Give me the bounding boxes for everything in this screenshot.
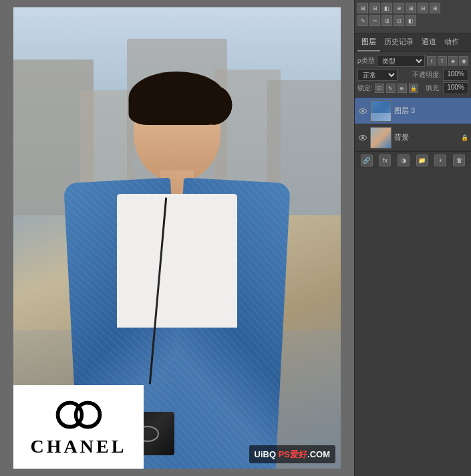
layer-eye-background[interactable] — [358, 133, 367, 142]
layer-controls: ρ类型 类型 f T ◈ ◉ 正常 不透明度: 100% 锁定: ☑ ✎ ⊕ — [355, 52, 471, 98]
filter-icon-fx[interactable]: ◉ — [459, 56, 468, 66]
filter-icon-shape[interactable]: ◈ — [448, 56, 458, 66]
lock-btn-all[interactable]: 🔒 — [409, 84, 418, 93]
layer-thumb-background — [370, 127, 391, 148]
bottom-btn-new[interactable]: + — [434, 154, 446, 166]
photoshop-panel: ⊞ ⊟ ◧ ⊕ ⊞ ⊟ ⊞ ✎ ✂ ⊞ ⊟ ◧ 图层 历史记录 通道 动作 ρ类… — [354, 0, 471, 476]
tab-history[interactable]: 历史记录 — [380, 33, 418, 51]
blend-opacity-row: 正常 不透明度: 100% — [357, 69, 468, 81]
toolbar-btn-8[interactable]: ✎ — [357, 15, 368, 26]
layer-item-layer3[interactable]: 图层 3 — [355, 98, 471, 124]
chanel-brand-name: CHANEL — [31, 436, 127, 457]
opacity-value[interactable]: 100% — [443, 69, 468, 81]
toolbar-btn-11[interactable]: ⊟ — [394, 15, 404, 26]
background-lock-icon: 🔒 — [461, 134, 468, 142]
layer-name-background: 背景 — [394, 132, 458, 142]
layer-item-background[interactable]: 背景 🔒 — [355, 124, 471, 151]
toolbar-btn-10[interactable]: ⊞ — [381, 15, 392, 26]
toolbar-btn-5[interactable]: ⊞ — [406, 3, 416, 13]
filter-icon-t[interactable]: T — [438, 56, 447, 66]
photo-background: CHANEL UiBQ PS爱好.COM — [13, 7, 341, 469]
shirt — [117, 194, 237, 328]
layers-list: 图层 3 背景 🔒 — [355, 98, 471, 151]
bottom-btn-link[interactable]: 🔗 — [361, 154, 373, 166]
bottom-btn-mask[interactable]: ◑ — [398, 154, 410, 166]
toolbar-btn-7[interactable]: ⊞ — [430, 3, 440, 13]
chanel-logo-icon — [49, 396, 109, 433]
bottom-btn-delete[interactable]: 🗑 — [453, 154, 465, 166]
filter-label: ρ类型 — [357, 56, 375, 66]
lock-label: 锁定: — [357, 84, 373, 93]
toolbar-btn-4[interactable]: ⊕ — [394, 3, 404, 13]
toolbar-row-1: ⊞ ⊟ ◧ ⊕ ⊞ ⊟ ⊞ — [357, 3, 468, 13]
toolbar-btn-2[interactable]: ⊟ — [369, 3, 380, 13]
photo-container: CHANEL UiBQ PS爱好.COM — [13, 7, 341, 469]
toolbar-btn-9[interactable]: ✂ — [369, 15, 380, 26]
canvas-area: CHANEL UiBQ PS爱好.COM — [0, 0, 354, 476]
toolbar-top: ⊞ ⊟ ◧ ⊕ ⊞ ⊟ ⊞ ✎ ✂ ⊞ ⊟ ◧ — [355, 0, 471, 33]
eye-icon-layer3 — [359, 108, 367, 114]
toolbar-btn-12[interactable]: ◧ — [406, 15, 416, 26]
lock-btn-paint[interactable]: ✎ — [386, 84, 396, 93]
bottom-btn-group[interactable]: 📁 — [416, 154, 428, 166]
tab-channels[interactable]: 通道 — [418, 33, 440, 51]
watermark-text: UiBQ PS爱好.COM — [255, 449, 330, 459]
tab-layers[interactable]: 图层 — [357, 33, 380, 51]
panel-bottom: 🔗 fx ◑ 📁 + 🗑 — [355, 151, 471, 169]
filter-dropdown[interactable]: 类型 — [377, 55, 425, 67]
toolbar-btn-1[interactable]: ⊞ — [357, 3, 368, 13]
filter-row: ρ类型 类型 f T ◈ ◉ — [357, 55, 468, 67]
filter-icon-f[interactable]: f — [427, 56, 436, 66]
filter-icons: f T ◈ ◉ — [427, 56, 468, 66]
chanel-overlay: CHANEL — [13, 385, 144, 469]
lock-fill-row: 锁定: ☑ ✎ ⊕ 🔒 填充: 100% — [357, 82, 468, 94]
blend-mode-dropdown[interactable]: 正常 — [357, 69, 398, 81]
toolbar-btn-6[interactable]: ⊟ — [418, 3, 428, 13]
fill-value[interactable]: 100% — [443, 82, 468, 94]
layer-name-layer3: 图层 3 — [394, 106, 468, 116]
eye-icon-background — [359, 135, 367, 140]
toolbar-btn-3[interactable]: ◧ — [381, 3, 392, 13]
lock-btn-move[interactable]: ⊕ — [398, 84, 407, 93]
bottom-btn-fx[interactable]: fx — [379, 154, 391, 166]
tab-actions[interactable]: 动作 — [440, 33, 463, 51]
layer-eye-layer3[interactable] — [358, 106, 367, 116]
panel-tabs: 图层 历史记录 通道 动作 — [355, 33, 471, 52]
layer-thumb-layer3 — [370, 100, 391, 122]
hair — [129, 72, 226, 125]
lock-btn-check[interactable]: ☑ — [375, 84, 384, 93]
opacity-label: 不透明度: — [412, 70, 441, 80]
fill-label: 填充: — [426, 84, 441, 93]
watermark-highlight: PS爱好 — [279, 449, 307, 459]
toolbar-row-2: ✎ ✂ ⊞ ⊟ ◧ — [357, 15, 468, 26]
watermark: UiBQ PS爱好.COM — [249, 445, 335, 463]
